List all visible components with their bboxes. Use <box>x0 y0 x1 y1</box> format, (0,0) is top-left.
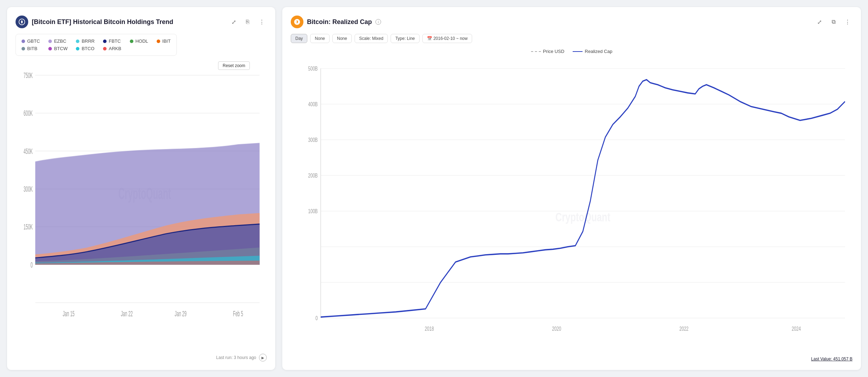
bitcoin-logo: ₿ <box>291 16 303 28</box>
right-panel-title: Bitcoin: Realized Cap <box>307 18 372 26</box>
realized-cap-line <box>573 51 583 52</box>
run-button[interactable]: ▶ <box>259 354 267 361</box>
right-panel: ₿ Bitcoin: Realized Cap i ⤢ ⧉ ⋮ Day None… <box>282 7 861 370</box>
gbtc-label: GBTC <box>27 38 40 44</box>
left-chart-area: Reset zoom 750K 600K 450K 300K 150K 0 Ja… <box>16 61 267 351</box>
left-panel-header: [Bitcoin ETF] Historical Bitcoin Holding… <box>16 16 267 28</box>
legend-item-brrr: BRRR <box>76 38 95 44</box>
svg-text:300B: 300B <box>308 137 318 143</box>
bitb-label: BITB <box>27 46 37 51</box>
filter-none-1[interactable]: None <box>310 34 330 43</box>
filter-bar: Day None None Scale: Mixed Type: Line 📅 … <box>291 34 852 43</box>
hodl-label: HODL <box>135 38 148 44</box>
svg-text:450K: 450K <box>24 147 33 156</box>
svg-text:2018: 2018 <box>425 325 434 332</box>
fbtc-label: FBTC <box>109 38 121 44</box>
svg-text:2022: 2022 <box>679 325 688 332</box>
ibit-dot <box>157 40 160 43</box>
left-title-wrap: [Bitcoin ETF] Historical Bitcoin Holding… <box>16 16 173 28</box>
left-chart-svg: 750K 600K 450K 300K 150K 0 Jan 15 Jan 22… <box>16 61 267 351</box>
price-usd-label: Price USD <box>543 49 565 54</box>
svg-text:Jan 15: Jan 15 <box>63 310 75 318</box>
left-logo <box>16 16 28 28</box>
svg-text:2020: 2020 <box>552 325 561 332</box>
brrr-dot <box>76 40 79 43</box>
svg-text:300K: 300K <box>24 185 33 193</box>
btcw-label: BTCW <box>54 46 67 51</box>
ibit-label: IBIT <box>162 38 171 44</box>
svg-text:750K: 750K <box>24 71 33 80</box>
brrr-label: BRRR <box>82 38 95 44</box>
right-chart-area: 500B 400B 300B 200B 100B 0 2018 2020 202… <box>291 58 852 354</box>
ezbc-dot <box>48 40 52 43</box>
left-panel-icons: ⤢ ⎘ ⋮ <box>229 17 267 27</box>
btco-label: BTCO <box>82 46 94 51</box>
right-menu-icon[interactable]: ⋮ <box>843 17 852 27</box>
svg-text:0: 0 <box>31 261 33 269</box>
svg-text:Jan 29: Jan 29 <box>175 310 187 318</box>
realized-cap-label: Realized Cap <box>585 49 612 54</box>
legend-realized-cap: Realized Cap <box>573 49 612 54</box>
fbtc-dot <box>103 40 107 43</box>
right-panel-footer: Last Value: 451.057 B <box>291 355 852 361</box>
filter-none-2[interactable]: None <box>332 34 352 43</box>
expand-icon[interactable]: ⤢ <box>229 17 239 27</box>
legend-item-ezbc: EZBC <box>48 38 67 44</box>
svg-text:Jan 22: Jan 22 <box>121 310 133 318</box>
reset-zoom-button[interactable]: Reset zoom <box>218 61 250 70</box>
legend-item-gbtc: GBTC <box>22 38 40 44</box>
legend-price-usd: Price USD <box>531 49 565 54</box>
legend-item-ibit: IBIT <box>157 38 171 44</box>
legend-item-arkb: ARKB <box>103 46 121 51</box>
filter-date[interactable]: 📅 2016-02-10 ~ now <box>422 34 472 43</box>
gbtc-dot <box>22 40 25 43</box>
btco-dot <box>76 47 79 50</box>
share-icon[interactable]: ⎘ <box>243 17 253 27</box>
filter-type[interactable]: Type: Line <box>391 34 419 43</box>
menu-icon[interactable]: ⋮ <box>257 17 267 27</box>
right-title-wrap: ₿ Bitcoin: Realized Cap i <box>291 16 381 28</box>
bitcoin-icon: ₿ <box>294 18 301 25</box>
legend-item-btco: BTCO <box>76 46 95 51</box>
svg-text:2024: 2024 <box>792 325 801 332</box>
last-value-text: Last Value: 451.057 B <box>811 357 852 361</box>
btcw-dot <box>48 47 52 50</box>
legend-item-bitb: BITB <box>22 46 40 51</box>
realized-cap-path <box>321 80 845 317</box>
right-panel-header: ₿ Bitcoin: Realized Cap i ⤢ ⧉ ⋮ <box>291 16 852 28</box>
left-panel-title: [Bitcoin ETF] Historical Bitcoin Holding… <box>32 18 173 26</box>
left-chart-footer: Last run: 3 hours ago ▶ <box>16 354 267 361</box>
logo-icon <box>18 18 25 25</box>
right-chart-svg: 500B 400B 300B 200B 100B 0 2018 2020 202… <box>291 58 852 354</box>
svg-text:0: 0 <box>315 315 318 321</box>
info-icon[interactable]: i <box>375 19 381 25</box>
legend-item-hodl: HODL <box>130 38 148 44</box>
left-panel: [Bitcoin ETF] Historical Bitcoin Holding… <box>7 7 275 370</box>
svg-text:CryptoQuant: CryptoQuant <box>555 210 610 224</box>
filter-scale[interactable]: Scale: Mixed <box>355 34 388 43</box>
right-legend: Price USD Realized Cap <box>291 49 852 54</box>
right-expand-icon[interactable]: ⤢ <box>814 17 824 27</box>
left-legend: GBTC EZBC BRRR FBTC HODL IBIT BITB <box>16 34 177 56</box>
filter-day[interactable]: Day <box>291 34 307 43</box>
arkb-dot <box>103 47 107 50</box>
hodl-dot <box>130 40 133 43</box>
right-panel-icons: ⤢ ⧉ ⋮ <box>814 17 852 27</box>
svg-text:400B: 400B <box>308 101 318 107</box>
right-share-icon[interactable]: ⧉ <box>828 17 838 27</box>
svg-text:150K: 150K <box>24 223 33 232</box>
svg-text:200B: 200B <box>308 172 318 179</box>
svg-text:Feb 5: Feb 5 <box>233 310 243 318</box>
bitb-dot <box>22 47 25 50</box>
legend-item-btcw: BTCW <box>48 46 67 51</box>
ezbc-label: EZBC <box>54 38 66 44</box>
arkb-label: ARKB <box>109 46 121 51</box>
svg-text:100B: 100B <box>308 208 318 214</box>
legend-item-fbtc: FBTC <box>103 38 121 44</box>
last-run-text: Last run: 3 hours ago <box>216 355 256 360</box>
price-usd-line <box>531 51 541 52</box>
svg-text:600K: 600K <box>24 109 33 118</box>
svg-text:500B: 500B <box>308 65 318 72</box>
